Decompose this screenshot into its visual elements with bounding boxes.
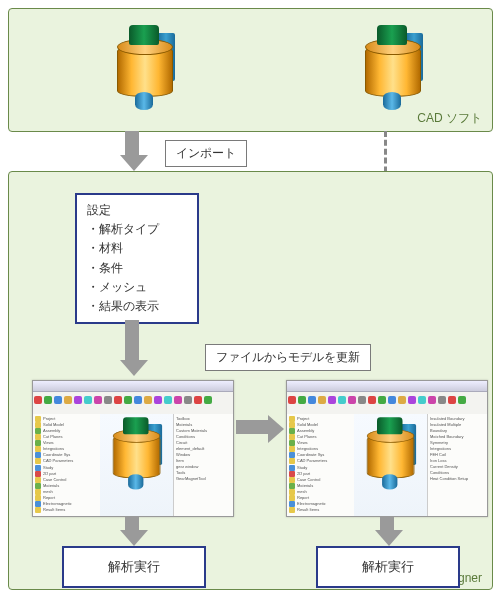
- app-titlebar: [33, 381, 233, 392]
- cad-panel: CAD ソフト: [8, 8, 493, 132]
- arrow-app-to-run-right: [375, 516, 399, 546]
- settings-item: ・結果の表示: [87, 297, 187, 316]
- arrow-cad-to-jmag: [120, 131, 144, 171]
- settings-heading: 設定: [87, 201, 187, 220]
- cad-model-right: [357, 27, 427, 112]
- app-side-right: Insulated BoundaryInsulated MultipleBoun…: [427, 414, 487, 516]
- app-tree-left: ProjectSolid ModelAssemblyCut PlanesView…: [33, 414, 104, 516]
- update-from-file-label: ファイルからモデルを更新: [205, 344, 371, 371]
- settings-item: ・メッシュ: [87, 278, 187, 297]
- app-viewport-right: [354, 414, 431, 516]
- app-side-left: ToolboxMaterialsCustom MaterialsConditio…: [173, 414, 233, 516]
- run-box-left: 解析実行: [62, 546, 206, 588]
- arrow-left-to-right-app: [236, 415, 284, 439]
- arrow-app-to-run-left: [120, 516, 144, 546]
- import-label: インポート: [165, 140, 247, 167]
- app-screenshot-right: ProjectSolid ModelAssemblyCut PlanesView…: [286, 380, 488, 517]
- app-titlebar: [287, 381, 487, 392]
- arrow-settings-to-app: [120, 320, 144, 376]
- settings-box: 設定 ・解析タイプ ・材料 ・条件 ・メッシュ ・結果の表示: [75, 193, 199, 324]
- settings-item: ・材料: [87, 239, 187, 258]
- run-box-right: 解析実行: [316, 546, 460, 588]
- app-toolbar: [33, 392, 233, 415]
- settings-item: ・解析タイプ: [87, 220, 187, 239]
- app-viewport-left: [100, 414, 177, 516]
- app-screenshot-left: ProjectSolid ModelAssemblyCut PlanesView…: [32, 380, 234, 517]
- cad-model-left: [109, 27, 179, 112]
- cad-panel-title: CAD ソフト: [417, 110, 482, 127]
- app-toolbar: [287, 392, 487, 415]
- app-tree-right: ProjectSolid ModelAssemblyCut PlanesView…: [287, 414, 358, 516]
- settings-item: ・条件: [87, 259, 187, 278]
